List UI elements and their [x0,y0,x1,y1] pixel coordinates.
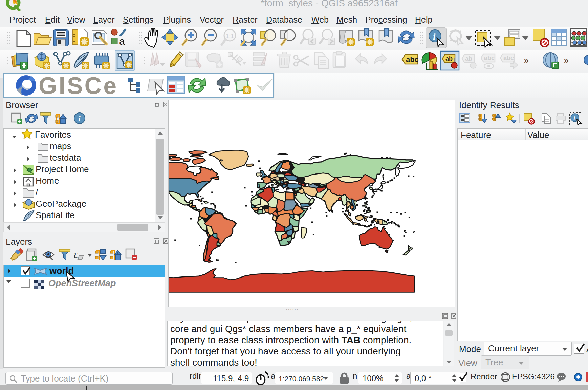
svg-text:ab: ab [445,55,453,62]
svg-text:abc: abc [484,55,495,61]
svg-text:i: i [78,114,81,123]
svg-text:1:1: 1:1 [226,33,234,39]
svg-text:abc: abc [503,55,514,61]
svg-text:ab: ab [465,55,472,62]
svg-text:»: » [524,55,529,65]
svg-text:abc: abc [406,55,419,64]
svg-text:a: a [119,36,125,47]
svg-text:i: i [573,114,575,121]
svg-text:GISCe: GISCe [39,74,118,97]
svg-text:»: » [564,55,569,65]
svg-text:i: i [433,31,436,42]
svg-text:ε: ε [74,248,78,260]
